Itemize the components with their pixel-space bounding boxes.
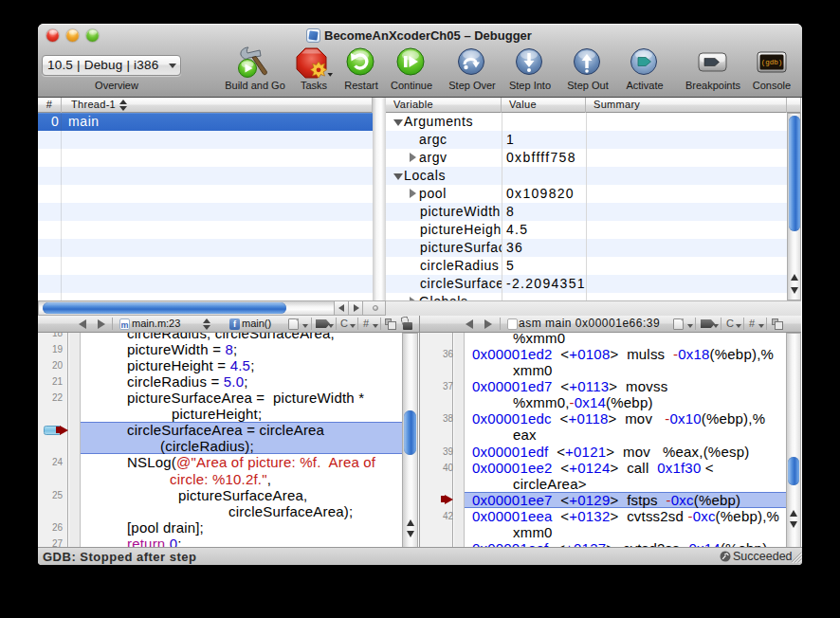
svg-text:(gdb): (gdb) [761, 59, 783, 66]
